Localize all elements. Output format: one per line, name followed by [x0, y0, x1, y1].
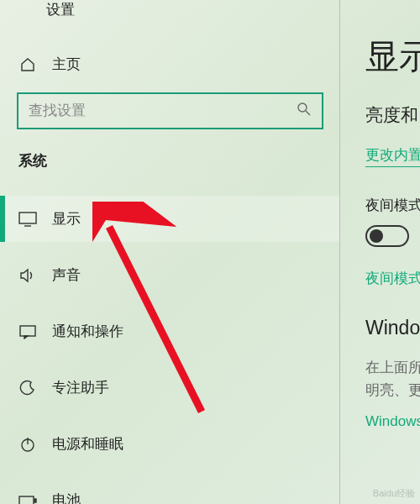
focus-icon: [18, 380, 37, 396]
battery-icon: [18, 495, 37, 505]
search-box[interactable]: [17, 92, 323, 129]
sidebar-item-label: 专注助手: [52, 378, 109, 397]
svg-rect-8: [34, 499, 36, 502]
svg-line-1: [306, 111, 310, 115]
page-title: 显示: [365, 34, 420, 80]
night-mode-settings-link[interactable]: 夜间模式: [365, 269, 420, 291]
notifications-icon: [18, 324, 37, 339]
sidebar-item-label: 电源和睡眠: [52, 434, 123, 454]
sidebar-item-power[interactable]: 电源和睡眠: [0, 421, 340, 467]
night-mode-label: 夜间模式: [365, 196, 420, 215]
content-panel: 显示 亮度和 更改内置 夜间模式 夜间模式 Windows 在上面所 明亮、更 …: [340, 0, 420, 504]
power-icon: [18, 436, 37, 453]
sidebar-item-battery[interactable]: 电池: [0, 477, 340, 504]
display-icon: [18, 212, 37, 227]
svg-rect-4: [20, 326, 35, 336]
svg-rect-2: [19, 213, 36, 223]
sidebar-item-sound[interactable]: 声音: [0, 252, 340, 298]
svg-point-0: [298, 103, 307, 112]
svg-rect-7: [19, 496, 34, 505]
hd-heading: Windows: [365, 317, 420, 339]
window-title: 设置: [0, 0, 340, 29]
brightness-link[interactable]: 更改内置: [365, 145, 420, 171]
sidebar-item-notifications[interactable]: 通知和操作: [0, 308, 340, 354]
sidebar-item-label: 电池: [52, 491, 81, 504]
sidebar-item-label: 显示: [52, 209, 81, 228]
sidebar-item-display[interactable]: 显示: [0, 196, 340, 242]
vertical-divider: [339, 0, 340, 504]
category-heading: 系统: [0, 144, 340, 179]
settings-sidebar: 设置 主页 系统 显示 声音 通知和操作 专注助手: [0, 0, 340, 504]
home-icon: [18, 56, 37, 73]
search-icon: [297, 102, 312, 120]
night-mode-toggle[interactable]: [365, 225, 409, 247]
hd-description: 在上面所 明亮、更: [365, 356, 420, 402]
home-label: 主页: [52, 55, 81, 74]
sidebar-item-label: 通知和操作: [52, 322, 123, 341]
sidebar-item-label: 声音: [52, 265, 81, 285]
sound-icon: [18, 268, 37, 283]
hd-link[interactable]: Windows: [365, 413, 420, 433]
sidebar-item-focus[interactable]: 专注助手: [0, 365, 340, 411]
home-nav[interactable]: 主页: [0, 46, 340, 82]
watermark: Baidu经验: [373, 488, 415, 499]
brightness-heading: 亮度和: [365, 103, 420, 127]
title-text: 设置: [46, 0, 75, 19]
search-input[interactable]: [29, 102, 297, 119]
